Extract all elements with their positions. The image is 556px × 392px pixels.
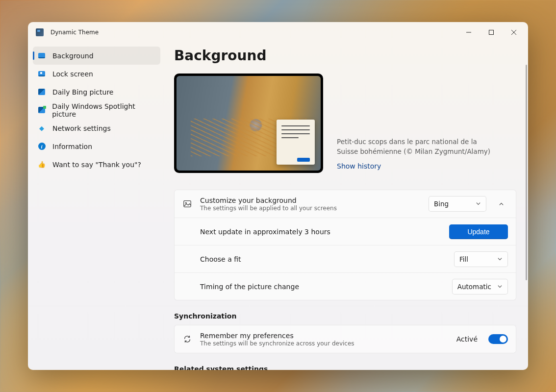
bing-icon [38,88,46,96]
update-button[interactable]: Update [449,224,508,239]
sidebar-item-label: Want to say "Thank you"? [52,161,141,169]
sync-card: Remember my preferences The settings wil… [174,325,516,353]
sync-status: Activé [456,335,478,343]
content-area: Background Petit-duc scops dans le parc … [165,43,528,370]
lock-icon [38,70,46,78]
app-title: Dynamic Theme [51,29,99,36]
image-caption: Petit-duc scops dans le parc national de… [337,137,499,157]
customize-header-row[interactable]: Customize your background The settings w… [175,190,516,218]
info-icon: i [38,143,46,150]
sidebar-item-daily-bing[interactable]: Daily Bing picture [33,83,160,101]
app-window: Dynamic Theme Background Lock screen [28,22,528,370]
timing-label: Timing of the picture change [200,283,444,291]
preview-row: Petit-duc scops dans le parc national de… [174,74,516,173]
show-history-link[interactable]: Show history [337,162,499,170]
sidebar-item-label: Information [52,143,92,150]
fit-value: Fill [459,255,468,263]
chevron-up-icon [499,199,504,209]
close-button[interactable] [503,24,525,40]
chevron-down-icon [497,255,503,263]
sidebar-item-label: Lock screen [52,70,93,78]
sidebar-item-label: Daily Bing picture [52,88,113,96]
sync-section-label: Synchronization [174,312,516,320]
sync-icon [182,334,192,344]
sidebar-item-daily-spotlight[interactable]: Daily Windows Spotlight picture [33,101,160,119]
background-preview [174,74,323,173]
maximize-button[interactable] [480,24,503,40]
close-icon [511,30,516,35]
spotlight-icon [38,106,45,114]
customize-card: Customize your background The settings w… [174,190,516,300]
picture-icon [182,199,192,209]
svg-rect-1 [489,30,494,35]
thumb-icon: 👍 [38,161,46,169]
timing-row: Timing of the picture change Automatic [175,272,516,300]
scrollbar[interactable] [526,65,527,280]
minimize-icon [466,30,471,35]
related-section-label: Related system settings [174,365,516,370]
sidebar: Background Lock screen Daily Bing pictur… [28,43,165,370]
titlebar: Dynamic Theme [28,22,528,43]
fit-label: Choose a fit [200,255,446,263]
fit-select[interactable]: Fill [454,251,508,267]
sidebar-item-label: Daily Windows Spotlight picture [52,102,155,118]
sidebar-item-label: Network settings [52,124,111,132]
sidebar-item-network[interactable]: ◆ Network settings [33,119,160,137]
customize-title: Customize your background [200,196,421,204]
customize-subtitle: The settings will be applied to all your… [200,205,421,212]
window-controls [457,24,525,40]
sidebar-item-lock-screen[interactable]: Lock screen [33,65,160,83]
timing-value: Automatic [457,283,491,291]
sync-toggle[interactable] [488,334,508,344]
fit-row: Choose a fit Fill [175,245,516,272]
svg-point-5 [185,202,187,204]
diamond-icon: ◆ [38,124,46,132]
source-value: Bing [434,200,449,208]
next-update-row: Next update in approximately 3 hours Upd… [175,218,516,245]
chevron-down-icon [476,200,481,208]
sidebar-item-thank-you[interactable]: 👍 Want to say "Thank you"? [33,155,160,173]
preview-window-overlay [277,120,315,165]
source-select[interactable]: Bing [429,196,486,212]
sync-title: Remember my preferences [200,332,449,340]
page-title: Background [174,48,516,64]
sync-subtitle: The settings will be synchronize across … [200,340,449,347]
timing-select[interactable]: Automatic [452,279,508,294]
monitor-icon [38,52,46,60]
chevron-down-icon [497,283,503,291]
sidebar-item-label: Background [52,52,94,60]
sidebar-item-background[interactable]: Background [33,47,160,65]
app-icon [36,28,44,36]
sidebar-item-information[interactable]: i Information [33,137,160,155]
minimize-button[interactable] [457,24,480,40]
collapse-button[interactable] [494,196,508,212]
next-update-label: Next update in approximately 3 hours [200,228,441,236]
sync-row: Remember my preferences The settings wil… [175,325,516,353]
maximize-icon [489,30,494,35]
